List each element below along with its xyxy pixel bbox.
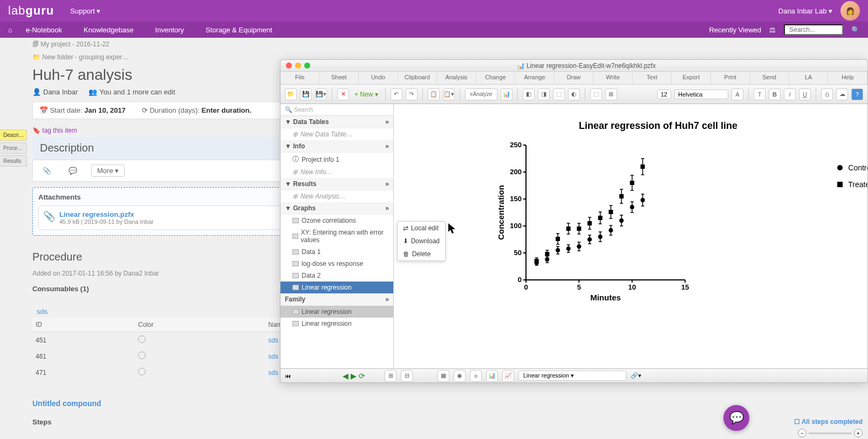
nav-next-icon[interactable]: ▶ (351, 372, 357, 380)
chart-icon[interactable]: 📊 (501, 88, 512, 100)
section-family[interactable]: Family» (281, 293, 393, 306)
ribbon-change[interactable]: Change (476, 72, 516, 84)
analyze-icon[interactable]: ≡Analyze (465, 88, 497, 100)
ribbon-print[interactable]: Print (711, 72, 750, 84)
file-name[interactable]: Linear regression.pzfx (59, 210, 154, 218)
open-icon[interactable]: 📁 (285, 88, 297, 100)
nav-storage[interactable]: Storage & Equipment (206, 26, 272, 34)
graph-item[interactable]: Data 1 (281, 246, 393, 258)
graph-item[interactable]: Data 2 (281, 270, 393, 282)
ribbon-export[interactable]: Export (672, 72, 711, 84)
bold-icon[interactable]: B (769, 88, 781, 100)
underline-icon[interactable]: U (799, 88, 811, 100)
view-5-icon[interactable]: 📈 (502, 370, 514, 382)
font-size[interactable]: 12 (657, 90, 671, 99)
ribbon-la[interactable]: LA (789, 72, 829, 84)
graph-item[interactable]: log-dose vs response (281, 258, 393, 270)
save-icon[interactable]: 💾 (300, 88, 312, 100)
nav-enotebook[interactable]: e-Notebook (26, 26, 62, 34)
cloud-icon[interactable]: ☁ (836, 88, 848, 100)
ribbon-send[interactable]: Send (750, 72, 789, 84)
graph-item[interactable]: Ozone correlations (281, 215, 393, 227)
tool-icon-1[interactable]: ◧ (523, 88, 535, 100)
view-1-icon[interactable]: ▦ (438, 370, 449, 382)
window-close[interactable] (286, 63, 292, 68)
comment-icon[interactable]: 💬 (65, 166, 80, 176)
tool-icon-4[interactable]: ◐ (568, 88, 580, 100)
nav-inventory[interactable]: Inventory (155, 26, 184, 34)
ribbon-file[interactable]: File (281, 72, 320, 84)
redo-icon[interactable]: ↷ (406, 88, 418, 100)
balance-icon[interactable]: ⚖ (769, 26, 776, 34)
view-grid-icon[interactable]: ⊟ (401, 370, 413, 382)
tab-description[interactable]: Descri… (0, 129, 27, 141)
tool-icon-2[interactable]: ◨ (538, 88, 550, 100)
ribbon-analysis[interactable]: Analysis (437, 72, 476, 84)
lab-switcher[interactable]: Dana Inbar Lab ▾ (778, 7, 832, 15)
clipboard-icon[interactable]: 📋▾ (443, 88, 455, 100)
tab-procedure[interactable]: Proce… (0, 142, 27, 154)
menu-delete[interactable]: 🗑 Delete (398, 248, 445, 260)
window-minimize[interactable] (295, 63, 301, 68)
sidebar-search[interactable]: 🔍 Search (281, 104, 393, 116)
new-info[interactable]: ⊕ New Info… (281, 166, 393, 178)
layers-icon[interactable]: ⬚ (590, 88, 602, 100)
chat-bubble-icon[interactable]: 💬 (723, 405, 749, 431)
duration[interactable]: ⟳ Duration (days): Enter duration. (142, 106, 251, 114)
menu-local-edit[interactable]: ⇄ Local edit (398, 222, 445, 235)
search-input[interactable] (784, 24, 843, 35)
font-name[interactable]: Helvetica (674, 90, 728, 99)
close-sheet-icon[interactable]: ✕ (337, 88, 349, 100)
zoom-slider[interactable] (809, 433, 852, 434)
help-icon[interactable]: ? (851, 88, 863, 100)
more-button[interactable]: More ▾ (91, 164, 125, 177)
tab-results[interactable]: Results (0, 155, 27, 167)
ribbon-help[interactable]: Help (828, 72, 867, 84)
nav-prev-icon[interactable]: ◀ (343, 372, 348, 380)
nav-knowledgebase[interactable]: Knowledgebase (84, 26, 134, 34)
view-3-icon[interactable]: ≡ (470, 370, 482, 382)
tool-icon-3[interactable]: ⬚ (553, 88, 565, 100)
save-as-icon[interactable]: 💾▾ (315, 88, 327, 100)
breadcrumb[interactable]: 🗐 My project - 2016-11-22 (32, 38, 863, 51)
ribbon-arrange[interactable]: Arrange (515, 72, 555, 84)
section-info[interactable]: ▼ Info» (281, 140, 393, 153)
ribbon-clipboard[interactable]: Clipboard (398, 72, 438, 84)
zoom-in-icon[interactable]: + (854, 429, 863, 437)
section-data-tables[interactable]: ▼ Data Tables» (281, 116, 393, 128)
undo-icon[interactable]: ↶ (391, 88, 402, 100)
search-icon[interactable]: 🔍 (851, 26, 860, 34)
export-icon[interactable]: ⎙ (821, 88, 833, 100)
family-item[interactable]: Linear regression (281, 306, 393, 318)
ribbon-undo[interactable]: Undo (359, 72, 398, 84)
nav-play-icon[interactable]: ⟳ (359, 372, 365, 380)
window-maximize[interactable] (304, 63, 310, 68)
section-graphs[interactable]: ▼ Graphs» (281, 202, 393, 215)
new-button[interactable]: + New ▾ (352, 91, 380, 98)
support-menu[interactable]: Support ▾ (70, 7, 100, 15)
project-info[interactable]: ⓘ Project info 1 (281, 153, 393, 166)
new-analysis[interactable]: ⊕ New Analysis… (281, 190, 393, 202)
italic-icon[interactable]: I (784, 88, 796, 100)
nav-first-icon[interactable]: ⏮ (285, 373, 291, 379)
group-icon[interactable]: ⊞ (605, 88, 617, 100)
graph-item[interactable]: XY: Entering mean with error values (281, 227, 393, 246)
recently-viewed[interactable]: Recently Viewed (709, 26, 761, 34)
user-avatar[interactable]: 👩 (840, 1, 860, 20)
view-2-icon[interactable]: ◉ (454, 370, 466, 382)
paste-icon[interactable]: 📋 (428, 88, 440, 100)
steps-status[interactable]: ☐ All steps completed (794, 418, 863, 426)
font-color-icon[interactable]: A (732, 88, 743, 100)
attach-icon[interactable]: 📎 (39, 166, 54, 176)
logo[interactable]: labguru (8, 4, 54, 18)
ribbon-draw[interactable]: Draw (555, 72, 594, 84)
link-icon[interactable]: 🔗▾ (631, 372, 641, 379)
zoom-out-icon[interactable]: − (798, 429, 807, 437)
menu-download[interactable]: ⬇ Download (398, 235, 445, 248)
ribbon-text[interactable]: Text (633, 72, 672, 84)
new-data-table[interactable]: ⊕ New Data Table… (281, 128, 393, 140)
ribbon-sheet[interactable]: Sheet (320, 72, 359, 84)
sheet-selector[interactable]: Linear regression ▾ (518, 371, 626, 381)
ribbon-write[interactable]: Write (593, 72, 633, 84)
view-table-icon[interactable]: ⊞ (385, 370, 397, 382)
